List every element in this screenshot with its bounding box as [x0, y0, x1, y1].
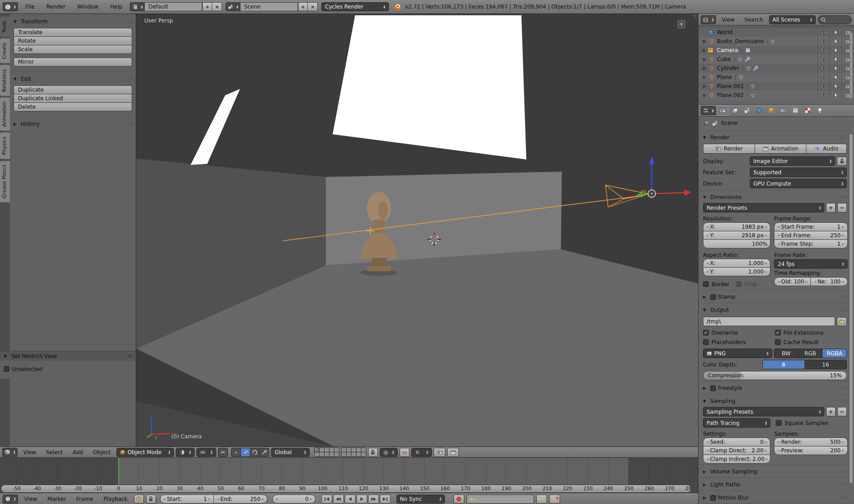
start-frame-field[interactable]: ◄Start:1►	[160, 495, 214, 504]
border-checkbox[interactable]	[703, 281, 709, 287]
start-frame-field[interactable]: ◄Start Frame:1►	[774, 222, 847, 231]
add-sampling-preset-button[interactable]: +	[826, 407, 836, 416]
selectable-toggle[interactable]	[830, 91, 842, 100]
shelf-tab-create[interactable]: Create	[0, 39, 10, 63]
stamp-checkbox[interactable]	[710, 294, 716, 300]
expand-toggle[interactable]: ⊕	[700, 75, 707, 80]
stamp-panel-header[interactable]: ▶ Stamp	[703, 292, 847, 302]
selectable-toggle[interactable]	[830, 46, 842, 55]
viewport-shading-dropdown[interactable]: ▲▼	[176, 448, 195, 457]
unselected-checkbox[interactable]	[4, 366, 9, 372]
preview-samples-field[interactable]: ◄Preview:200►	[774, 446, 847, 455]
expand-toggle[interactable]: ⊕	[700, 57, 707, 62]
selectable-toggle[interactable]	[830, 82, 842, 91]
outliner-row[interactable]: ⊕▽Plane|▽	[698, 73, 854, 82]
translate-button[interactable]: Translate	[13, 28, 132, 37]
frame-rate-dropdown[interactable]: 24 fps▲▼	[774, 259, 847, 269]
object-name[interactable]: Plane	[717, 74, 732, 80]
shelf-tab-physics[interactable]: Physics	[0, 133, 10, 159]
panel-drag-dots[interactable]	[840, 470, 847, 473]
layer-cell[interactable]	[351, 448, 356, 452]
lock-to-scene-button[interactable]	[368, 448, 378, 457]
editor-type-outliner-button[interactable]: ▲▼	[701, 15, 716, 24]
tab-scene[interactable]	[742, 106, 752, 115]
layer-cell[interactable]	[351, 452, 356, 456]
display-lock-button[interactable]	[837, 157, 847, 166]
sampling-presets-dropdown[interactable]: Sampling Presets▲▼	[703, 407, 824, 416]
layer-cell[interactable]	[315, 452, 319, 456]
hide-toggle[interactable]	[818, 73, 830, 82]
viewport-menu-object[interactable]: Object	[89, 449, 115, 455]
panel-drag-dots[interactable]	[125, 20, 132, 23]
layer-cell[interactable]	[356, 448, 361, 452]
timeline-menu-frame[interactable]: Frame	[72, 496, 97, 502]
outliner-row[interactable]: ⊕▽Plane.001|▽	[698, 82, 854, 91]
seed-field[interactable]: ◄Seed:0►	[703, 438, 770, 447]
tab-constraints[interactable]	[778, 106, 789, 115]
light-plane-large[interactable]	[333, 15, 526, 159]
motion-blur-panel-header[interactable]: ▶ Motion Blur	[703, 493, 847, 503]
render-samples-field[interactable]: ◄Render:500►	[774, 438, 847, 447]
selectable-toggle[interactable]	[830, 28, 842, 37]
clamp-indirect-field[interactable]: ◄Clamp Indirect:2.00►	[703, 455, 770, 464]
layer-cell[interactable]	[325, 448, 329, 452]
delete-scene-button[interactable]: ×	[308, 2, 318, 11]
hide-toggle[interactable]	[818, 55, 830, 64]
object-name[interactable]: Cylinder	[717, 65, 739, 71]
remove-preset-button[interactable]: −	[837, 203, 847, 212]
timeline-menu-playback[interactable]: Playback	[99, 496, 132, 502]
scale-button[interactable]: Scale	[13, 45, 132, 54]
editor-type-info-button[interactable]: i ▲▼	[3, 2, 18, 11]
panel-drag-dots[interactable]	[840, 308, 847, 312]
opengl-render-button[interactable]	[434, 448, 445, 457]
tab-physics[interactable]	[814, 106, 825, 115]
menu-render[interactable]: Render	[42, 4, 70, 10]
lock-range-toggle[interactable]	[146, 495, 156, 504]
editor-type-properties-button[interactable]: ▲▼	[701, 106, 716, 115]
manipulator-translate-toggle[interactable]	[240, 448, 250, 457]
selectable-toggle[interactable]	[830, 64, 842, 73]
panel-drag-dots[interactable]	[840, 386, 847, 390]
editor-type-3dview-button[interactable]: ▲▼	[2, 448, 18, 457]
current-frame-indicator[interactable]	[118, 458, 119, 485]
layout-name-field[interactable]: Default	[145, 2, 202, 11]
delete-keyframe-button[interactable]: ×	[549, 495, 560, 504]
cache-result-checkbox[interactable]	[775, 339, 781, 345]
volume-sampling-panel-header[interactable]: ▶Volume Sampling	[703, 467, 847, 477]
layer-cell[interactable]	[325, 452, 329, 456]
panel-drag-dots[interactable]	[840, 136, 847, 139]
add-scene-button[interactable]: +	[298, 2, 308, 11]
menu-file[interactable]: File	[22, 4, 39, 10]
layer-cell[interactable]	[356, 452, 361, 456]
delete-button[interactable]: Delete	[13, 102, 132, 111]
play-button[interactable]	[356, 495, 367, 504]
resolution-percentage-slider[interactable]: 100%	[703, 239, 770, 248]
outliner-row[interactable]: ⊕▽Plane.002|▽	[698, 91, 854, 100]
rotate-button[interactable]: Rotate	[13, 36, 132, 45]
editor-type-timeline-button[interactable]: ▲▼	[3, 495, 18, 504]
timeline-menu-view[interactable]: View	[20, 496, 41, 502]
layer-cell[interactable]	[329, 452, 334, 456]
viewport-canvas[interactable]: User Persp (0) Camera z x y +	[136, 14, 698, 447]
menu-help[interactable]: Help	[106, 4, 126, 10]
panel-drag-dots[interactable]	[840, 496, 847, 500]
frame-step-field[interactable]: ◄Frame Step:1►	[774, 239, 847, 248]
color-mode-rgba[interactable]: RGBA	[822, 349, 847, 358]
manipulator-scale-toggle[interactable]	[259, 448, 269, 457]
dimensions-panel-header[interactable]: ▼Dimensions	[703, 192, 847, 202]
expand-toggle[interactable]: ⊕	[700, 66, 707, 71]
manipulator-rotate-toggle[interactable]	[250, 448, 260, 457]
timeline-menu-marker[interactable]: Marker	[43, 496, 70, 502]
depth-16[interactable]: 16	[805, 360, 847, 369]
display-dropdown[interactable]: Image Editor▲▼	[750, 156, 835, 166]
viewport-menu-select[interactable]: Select	[42, 449, 67, 455]
feature-set-dropdown[interactable]: Supported▲▼	[750, 168, 847, 177]
transform-orientation-dropdown[interactable]: Global ▲▼	[271, 448, 310, 457]
shelf-tab-animation[interactable]: Animation	[0, 97, 10, 131]
breadcrumb-label[interactable]: Scene	[721, 120, 738, 126]
render-still-button[interactable]: Render	[703, 144, 755, 154]
pin-icon[interactable]	[703, 120, 709, 126]
layer-cell[interactable]	[315, 448, 319, 452]
properties-region-toggle[interactable]: +	[677, 20, 685, 28]
panel-drag-dots[interactable]	[840, 195, 847, 199]
